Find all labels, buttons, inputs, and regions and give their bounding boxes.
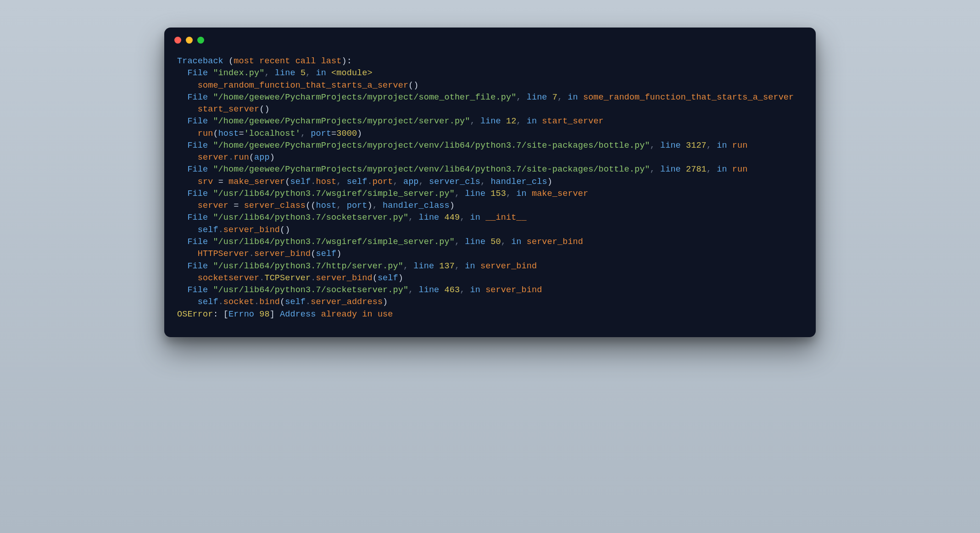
frame-location: server_bind [480,261,537,271]
frame-location: run [732,165,748,174]
code-token: = [239,129,244,139]
code-token: socket [223,297,254,307]
code-token: server_bind [223,225,280,235]
code-token: () [408,81,418,90]
code-token: . [228,153,234,162]
code-token: , [301,129,311,139]
frame-line-number: 153 [490,189,506,199]
minimize-icon[interactable] [186,37,193,44]
close-icon[interactable] [174,37,181,44]
code-token: , [373,201,383,211]
code-token: start_server [198,105,259,114]
code-token: . [306,297,311,307]
frame-line-number: 137 [439,261,455,271]
frame-location: __init__ [485,213,527,222]
code-token: handler_class [383,201,450,211]
code-token: some_random_function_that_starts_a_serve… [198,81,408,90]
code-token: ( [213,129,218,139]
frame-location: server_bind [485,285,542,295]
comma: , [650,165,660,174]
code-token: ( [373,273,378,283]
comma: , [403,261,413,271]
frame-file-path: "/usr/lib64/python3.7/wsgiref/simple_ser… [213,189,455,199]
code-token: port [347,201,368,211]
frame-line-label: line [419,285,445,295]
comma: , [460,285,470,295]
code-token: server_bind [254,249,311,259]
traceback-header: Traceback [177,56,228,66]
code-token: TCPServer [264,273,311,283]
comma: , [557,93,568,102]
comma: , [455,237,465,247]
frame-file-path: "/usr/lib64/python3.7/socketserver.py" [213,285,408,295]
code-token: , [336,177,346,187]
code-token: ( [249,153,254,162]
code-token: self [347,177,368,187]
frame-line-number: 5 [301,68,306,78]
errno-number: 98 [259,310,269,319]
code-token: app [403,177,419,187]
code-token: HTTPServer [198,249,249,259]
frame-line-number: 449 [445,213,460,222]
code-token: ) [270,153,275,162]
code-token: ) [383,297,388,307]
frame-in-label: in [717,141,732,150]
code-token: run [198,129,213,139]
code-token: ) [357,129,362,139]
code-token: ) [368,201,373,211]
frame-file-label: File [187,189,213,199]
frame-location: run [732,141,748,150]
code-token: server_class [244,201,306,211]
comma: , [408,285,418,295]
comma: , [707,165,717,174]
error-msg-prefix: Address [280,310,321,319]
frame-line-number: 50 [490,237,501,247]
maximize-icon[interactable] [197,37,204,44]
frame-location: start_server [542,117,603,126]
code-token: 3000 [336,129,357,139]
code-token: srv [198,177,218,187]
frame-location: some_random_function_that_starts_a_serve… [583,93,794,102]
comma: , [650,141,660,150]
frame-line-label: line [480,117,506,126]
frame-file-label: File [187,68,213,78]
code-token: host [218,129,239,139]
terminal-window: Traceback (most recent call last): File … [164,28,816,337]
bracket: ] [270,310,280,319]
code-token: self [198,297,218,307]
frame-in-label: in [465,261,480,271]
frame-file-label: File [187,237,213,247]
code-token: , [419,177,429,187]
frame-file-path: "/home/geewee/PycharmProjects/myproject/… [213,165,650,174]
frame-line-label: line [419,213,445,222]
frame-in-label: in [511,237,527,247]
frame-line-label: line [465,237,490,247]
paren: ( [228,56,234,66]
code-token: , [336,201,346,211]
comma: , [501,237,511,247]
window-titlebar [164,28,816,47]
comma: , [455,261,465,271]
paren: ): [341,56,351,66]
code-token: self [290,177,311,187]
frame-line-number: 3127 [686,141,707,150]
frame-file-label: File [187,285,213,295]
code-token: server_bind [316,273,372,283]
code-token: = [331,129,336,139]
code-token: . [218,225,223,235]
code-token: (( [306,201,316,211]
code-token: server [198,153,228,162]
terminal-output: Traceback (most recent call last): File … [164,47,816,324]
frame-location: <module> [331,68,373,78]
code-token: () [259,105,269,114]
frame-line-label: line [660,141,686,150]
frame-in-label: in [568,93,583,102]
code-token: socketserver [198,273,259,283]
frame-line-label: line [275,68,301,78]
code-token: self [198,225,218,235]
frame-line-label: line [413,261,439,271]
frame-in-label: in [316,68,331,78]
frame-in-label: in [516,189,532,199]
bracket: [ [223,310,228,319]
code-token: 'localhost' [244,129,301,139]
